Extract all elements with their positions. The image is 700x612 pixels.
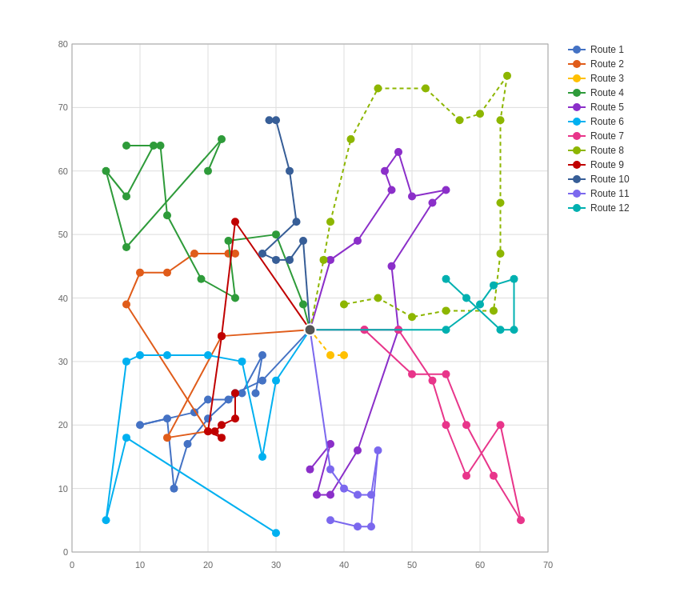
svg-text:80: 80	[58, 39, 68, 49]
svg-line-91	[167, 254, 194, 273]
svg-point-234	[497, 198, 505, 206]
svg-point-200	[442, 421, 450, 429]
svg-line-190	[466, 425, 501, 476]
svg-point-233	[497, 116, 505, 124]
svg-point-283	[354, 491, 362, 499]
svg-point-176	[258, 453, 266, 461]
svg-line-166	[262, 381, 276, 457]
svg-point-106	[340, 351, 348, 359]
svg-point-250	[218, 332, 226, 340]
svg-point-201	[462, 472, 470, 480]
svg-line-109	[229, 234, 277, 241]
legend-label-route-6: Route 6	[590, 116, 624, 127]
svg-line-224	[344, 298, 378, 305]
svg-point-21	[573, 190, 581, 198]
svg-point-72	[258, 377, 266, 385]
svg-point-285	[374, 446, 382, 454]
svg-point-123	[225, 237, 233, 245]
legend-item-route-6: Route 6	[568, 116, 630, 127]
svg-point-23	[573, 204, 581, 212]
svg-point-207	[408, 370, 416, 378]
svg-line-174	[126, 438, 276, 533]
svg-line-165	[276, 330, 310, 381]
svg-point-287	[354, 522, 362, 530]
svg-point-182	[102, 516, 110, 524]
svg-point-132	[122, 243, 130, 251]
svg-line-59	[262, 330, 310, 381]
svg-line-262	[290, 171, 297, 222]
svg-line-296	[446, 279, 467, 298]
legend-item-route-12: Route 12	[568, 202, 630, 214]
svg-line-140	[398, 152, 412, 197]
svg-point-160	[354, 446, 362, 454]
svg-point-134	[204, 167, 212, 175]
legend-item-route-11: Route 11	[568, 188, 630, 199]
svg-point-184	[272, 529, 280, 537]
svg-line-194	[446, 374, 467, 426]
svg-line-173	[106, 438, 127, 520]
legend-label-route-5: Route 5	[590, 102, 624, 113]
svg-point-229	[422, 85, 430, 93]
svg-point-175	[272, 377, 280, 385]
legend-label-route-4: Route 4	[590, 87, 624, 98]
svg-point-304	[442, 275, 450, 283]
legend-item-route-5: Route 5	[568, 102, 630, 113]
svg-point-11	[573, 118, 581, 126]
svg-point-298	[476, 300, 484, 308]
svg-point-249	[231, 218, 239, 226]
legend-label-route-9: Route 9	[590, 159, 624, 170]
svg-line-196	[365, 330, 413, 374]
svg-line-87	[167, 431, 208, 438]
legend-label-route-7: Route 7	[590, 130, 624, 142]
svg-point-80	[204, 396, 212, 404]
svg-point-181	[122, 358, 130, 366]
svg-point-129	[150, 142, 158, 150]
svg-point-99	[163, 269, 171, 277]
svg-point-164	[306, 466, 314, 474]
svg-point-13	[573, 132, 581, 140]
svg-point-17	[573, 161, 581, 169]
svg-point-180	[136, 351, 144, 359]
legend-label-route-1: Route 1	[590, 44, 624, 55]
legend-item-route-10: Route 10	[568, 174, 630, 185]
svg-line-191	[501, 425, 522, 520]
svg-point-100	[190, 250, 198, 258]
svg-point-98	[136, 269, 144, 277]
svg-point-239	[374, 294, 382, 302]
svg-text:20: 20	[58, 420, 68, 430]
svg-point-205	[462, 421, 470, 429]
svg-line-212	[351, 89, 378, 140]
svg-text:40: 40	[58, 294, 68, 303]
svg-line-188	[433, 381, 446, 426]
svg-point-202	[497, 421, 505, 429]
chart-container: Route 1 Route 2 Route 3 Route 4 Route 5 …	[0, 0, 700, 612]
legend-item-route-8: Route 8	[568, 145, 630, 156]
svg-point-288	[326, 516, 334, 524]
svg-line-216	[480, 76, 507, 114]
svg-point-7	[573, 89, 581, 97]
svg-point-297	[442, 326, 450, 334]
svg-point-204	[490, 472, 498, 480]
svg-point-124	[231, 294, 239, 302]
svg-line-135	[310, 260, 331, 330]
svg-line-210	[324, 222, 331, 260]
svg-point-9	[573, 103, 581, 111]
svg-point-268	[258, 250, 266, 258]
svg-point-156	[442, 186, 450, 194]
chart-area: 01020304050607001020304050607080	[44, 36, 556, 580]
legend-item-route-2: Route 2	[568, 58, 630, 70]
svg-point-158	[388, 262, 396, 270]
svg-point-105	[326, 351, 334, 359]
svg-point-231	[476, 110, 484, 118]
svg-line-214	[426, 89, 460, 121]
svg-point-232	[503, 72, 511, 80]
legend-item-route-7: Route 7	[568, 130, 630, 142]
svg-point-157	[429, 198, 437, 206]
svg-point-206	[442, 370, 450, 378]
svg-point-154	[394, 148, 402, 156]
svg-point-76	[170, 485, 178, 493]
svg-line-217	[501, 76, 508, 121]
svg-line-119	[126, 139, 222, 247]
svg-point-15	[573, 146, 581, 154]
svg-line-241	[235, 222, 310, 330]
